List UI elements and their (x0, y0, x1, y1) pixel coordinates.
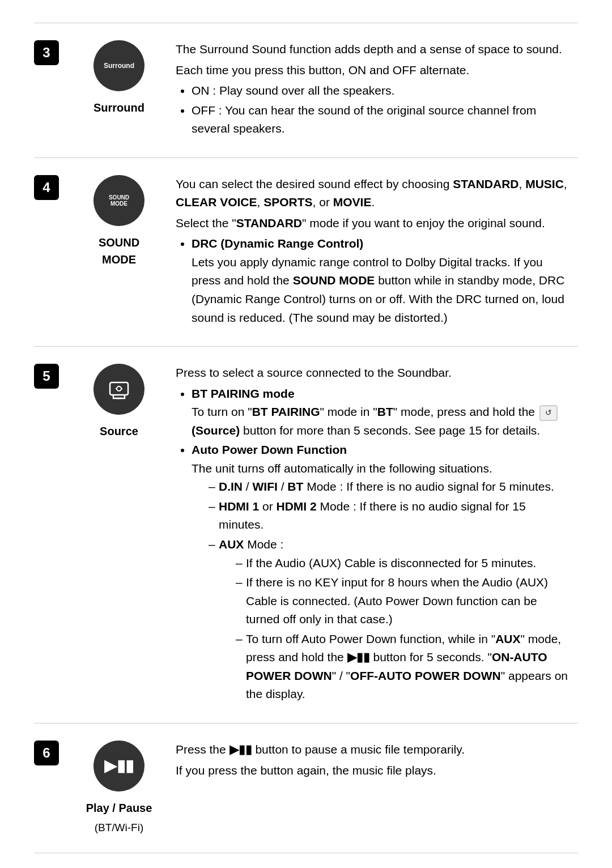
badge-3: 3 (34, 40, 59, 65)
surround-list-item-2: OFF : You can hear the sound of the orig… (192, 101, 572, 138)
badge-4: 4 (34, 175, 59, 200)
soundmode-desc-2: Select the "STANDARD" mode if you want t… (176, 214, 572, 233)
soundmode-label: SOUND MODE (85, 234, 153, 268)
source-bt-pairing: BT PAIRING mode To turn on "BT PAIRING" … (192, 385, 572, 440)
soundmode-icon-text: SOUNDMODE (109, 194, 129, 207)
source-icon-svg (108, 378, 130, 401)
badge-6: 6 (34, 741, 59, 765)
icon-cell-playpause: ▶▮▮ Play / Pause (BT/Wi-Fi) (74, 723, 164, 853)
source-aux-list: If the Audio (AUX) Cable is disconnected… (236, 554, 572, 704)
main-table: 3 Surround Surround The Surround Sound f… (34, 23, 578, 853)
num-cell-4: 4 (34, 158, 74, 346)
icon-cell-source: Source (74, 347, 164, 724)
row-playpause: 6 ▶▮▮ Play / Pause (BT/Wi-Fi) Press the … (34, 723, 578, 853)
source-desc-1: Press to select a source connected to th… (176, 364, 572, 382)
surround-list-item-1: ON : Play sound over all the speakers. (192, 82, 572, 100)
num-cell-6: 6 (34, 723, 74, 853)
svg-point-2 (117, 386, 121, 391)
playpause-subtitle: (BT/Wi-Fi) (85, 820, 153, 836)
playpause-desc-2: If you press the button again, the music… (176, 761, 572, 780)
source-aux-3: To turn off Auto Power Down function, wh… (236, 630, 572, 704)
content-cell-surround: The Surround Sound function adds depth a… (164, 23, 578, 158)
source-aux-1: If the Audio (AUX) Cable is disconnected… (236, 554, 572, 573)
source-label: Source (85, 423, 153, 440)
source-sub-aux: AUX Mode : If the Audio (AUX) Cable is d… (209, 535, 572, 704)
surround-icon-circle: Surround (94, 40, 144, 91)
content-cell-playpause: Press the ▶▮▮ button to pause a music fi… (164, 723, 578, 853)
surround-desc-2: Each time you press this button, ON and … (176, 61, 572, 80)
soundmode-desc-1: You can select the desired sound effect … (176, 175, 572, 212)
page-container: 3 Surround Surround The Surround Sound f… (0, 0, 612, 868)
soundmode-icon-circle: SOUNDMODE (94, 175, 144, 226)
source-aux-2: If there is no KEY input for 8 hours whe… (236, 573, 572, 629)
surround-icon-text: Surround (104, 62, 134, 70)
icon-cell-surround: Surround Surround (74, 23, 164, 158)
source-auto-power: Auto Power Down Function The unit turns … (192, 441, 572, 704)
content-cell-soundmode: You can select the desired sound effect … (164, 158, 578, 346)
playpause-label: Play / Pause (85, 799, 153, 816)
source-icon-circle (94, 364, 144, 415)
soundmode-list: DRC (Dynamic Range Control) Lets you app… (192, 235, 572, 327)
soundmode-drc-item: DRC (Dynamic Range Control) Lets you app… (192, 235, 572, 327)
source-inline-icon: ↺ (539, 405, 558, 421)
row-source: 5 Source (34, 347, 578, 724)
num-cell-3: 3 (34, 23, 74, 158)
num-cell-5: 5 (34, 347, 74, 724)
source-sub-hdmi: HDMI 1 or HDMI 2 Mode : If there is no a… (209, 497, 572, 534)
playpause-icon-symbol: ▶▮▮ (104, 754, 134, 778)
source-sub-din: D.IN / WIFI / BT Mode : If there is no a… (209, 478, 572, 496)
surround-desc-1: The Surround Sound function adds depth a… (176, 40, 572, 59)
svg-rect-0 (110, 382, 128, 395)
playpause-desc-1: Press the ▶▮▮ button to pause a music fi… (176, 741, 572, 759)
source-list: BT PAIRING mode To turn on "BT PAIRING" … (192, 385, 572, 704)
badge-5: 5 (34, 364, 59, 389)
icon-cell-soundmode: SOUNDMODE SOUND MODE (74, 158, 164, 346)
source-sub-list: D.IN / WIFI / BT Mode : If there is no a… (209, 478, 572, 704)
row-surround: 3 Surround Surround The Surround Sound f… (34, 23, 578, 158)
surround-label: Surround (85, 99, 153, 116)
surround-list: ON : Play sound over all the speakers. O… (192, 82, 572, 138)
content-cell-source: Press to select a source connected to th… (164, 347, 578, 724)
row-soundmode: 4 SOUNDMODE SOUND MODE You can select th… (34, 158, 578, 346)
playpause-icon-circle: ▶▮▮ (94, 741, 144, 792)
